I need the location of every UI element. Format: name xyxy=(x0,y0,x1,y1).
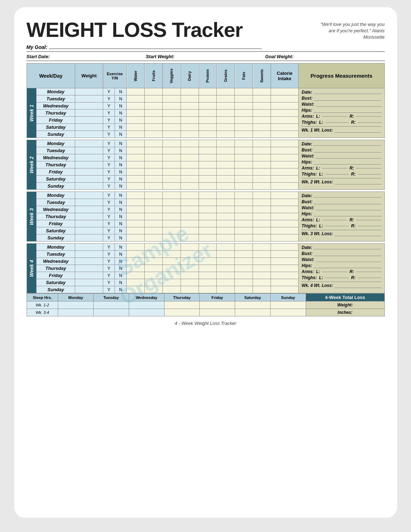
col-calorie: Calorie Intake xyxy=(271,63,299,88)
week-label-3: Week 3 xyxy=(27,192,37,242)
col-protein: Protein xyxy=(199,63,217,88)
progress-cell-week-3: Date: Bust: Waist: Hips: xyxy=(299,192,384,242)
col-veggies: Veggies xyxy=(162,63,180,88)
bottom-table: Sleep Hrs. Monday Tuesday Wednesday Thur… xyxy=(27,293,385,316)
day-4-4: Thursday xyxy=(37,265,75,272)
col-water: Water xyxy=(127,63,145,88)
day-3-2: Tuesday xyxy=(37,199,75,206)
progress-cell-week-2: Date: Bust: Waist: Hips: xyxy=(299,140,384,190)
goal-row: My Goal: xyxy=(27,44,385,52)
col-fats: Fats xyxy=(235,63,253,88)
inches-total-label: Inches: xyxy=(306,309,384,316)
sleep-mon: Monday xyxy=(58,294,94,301)
prog-date-label: Date: xyxy=(301,90,312,95)
week-label-4: Week 4 xyxy=(27,244,37,293)
day-4-1: Monday xyxy=(37,244,75,251)
day-2-3: Wednesday xyxy=(37,154,75,161)
week-label-1: Week 1 xyxy=(27,88,37,138)
day-2-2: Tuesday xyxy=(37,147,75,154)
progress-cell-week-1: Date: Bust: Waist: Hips: xyxy=(299,88,384,138)
day-3-4: Thursday xyxy=(37,213,75,220)
day-2-6: Saturday xyxy=(37,176,75,183)
day-3-1: Monday xyxy=(37,192,75,199)
info-row: Start Date: Start Weight: Goal Weight: xyxy=(27,54,385,61)
page-title: WEIGHT LOSS Tracker xyxy=(27,18,243,41)
sleep-row-wk12: Wk. 1-2 Weight: xyxy=(27,301,384,309)
main-tracker-table: Week/Day Weight Exercise Y/N Water Fruit… xyxy=(27,63,385,293)
day-4-2: Tuesday xyxy=(37,251,75,258)
day-2-4: Thursday xyxy=(37,161,75,168)
col-sweets: Sweets xyxy=(253,63,271,88)
day-3-6: Saturday xyxy=(37,227,75,234)
col-grains: Grains xyxy=(217,63,235,88)
start-weight-label: Start Weight: xyxy=(146,54,265,59)
start-date-label: Start Date: xyxy=(27,54,146,59)
day-3-7: Sunday xyxy=(37,234,75,242)
sleep-wed: Wednesday xyxy=(129,294,164,301)
footer-text: 4 - Week Weight Loss Tracker xyxy=(27,321,385,326)
day-4-7: Sunday xyxy=(37,286,75,293)
col-fruits: Fruits xyxy=(145,63,163,88)
prog-date-label: Date: xyxy=(301,193,312,198)
col-progress: Progress Measurements xyxy=(299,63,384,88)
progress-cell-week-4: Date: Bust: Waist: Hips: xyxy=(299,244,384,293)
day-1-4: Thursday xyxy=(37,110,75,117)
wk34-label: Wk. 3-4 xyxy=(27,309,58,316)
goal-label: My Goal: xyxy=(27,44,48,50)
prog-date-label: Date: xyxy=(301,245,312,250)
wk12-label: Wk. 1-2 xyxy=(27,301,58,309)
quote-text: "We'll love you just the way you are if … xyxy=(314,21,385,41)
sleep-header: Sleep Hrs. xyxy=(27,294,58,301)
sleep-tue: Tuesday xyxy=(93,294,129,301)
col-week-day: Week/Day xyxy=(27,63,75,88)
header: WEIGHT LOSS Tracker "We'll love you just… xyxy=(27,18,385,41)
sleep-sun: Sunday xyxy=(270,294,306,301)
day-3-3: Wednesday xyxy=(37,206,75,213)
four-week-total-header: 4-Week Total Loss xyxy=(306,294,384,301)
col-exercise: Exercise Y/N xyxy=(103,63,127,88)
sleep-sat: Saturday xyxy=(235,294,271,301)
day-3-5: Friday xyxy=(37,220,75,227)
day-4-3: Wednesday xyxy=(37,258,75,265)
day-1-2: Tuesday xyxy=(37,95,75,102)
col-weight: Weight xyxy=(75,63,103,88)
day-1-6: Saturday xyxy=(37,124,75,131)
page: SampleOrganizer WEIGHT LOSS Tracker "We'… xyxy=(14,7,397,518)
sleep-thu: Thursday xyxy=(164,294,200,301)
weight-total-label: Weight: xyxy=(306,301,384,309)
day-1-3: Wednesday xyxy=(37,102,75,110)
week-label-2: Week 2 xyxy=(27,140,37,190)
col-dairy: Dairy xyxy=(180,63,199,88)
day-2-1: Monday xyxy=(37,140,75,147)
day-4-6: Saturday xyxy=(37,279,75,286)
day-1-5: Friday xyxy=(37,117,75,124)
goal-weight-label: Goal Weight: xyxy=(265,54,385,59)
day-4-5: Friday xyxy=(37,272,75,279)
day-2-5: Friday xyxy=(37,168,75,176)
day-2-7: Sunday xyxy=(37,183,75,190)
sleep-row-wk34: Wk. 3-4 Inches: xyxy=(27,309,384,316)
prog-date-label: Date: xyxy=(301,142,312,146)
day-1-7: Sunday xyxy=(37,131,75,138)
sleep-fri: Friday xyxy=(200,294,235,301)
day-1-1: Monday xyxy=(37,88,75,95)
